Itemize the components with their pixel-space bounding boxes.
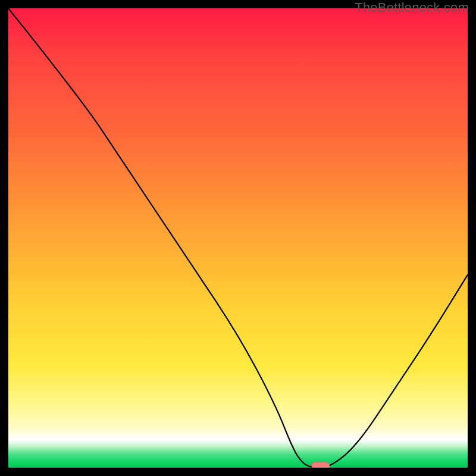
watermark-text: TheBottleneck.com	[355, 0, 469, 15]
bottleneck-chart: TheBottleneck.com	[0, 0, 476, 476]
plot-area	[8, 8, 468, 468]
